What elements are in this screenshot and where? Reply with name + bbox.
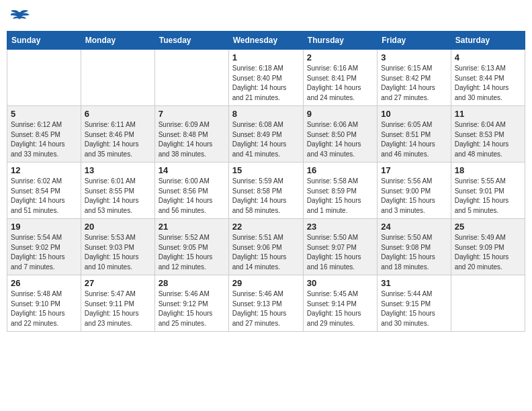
calendar-cell: 31Sunrise: 5:44 AM Sunset: 9:15 PM Dayli… [378, 275, 451, 332]
calendar-cell [81, 50, 154, 106]
day-info: Sunrise: 5:45 AM Sunset: 9:14 PM Dayligh… [307, 289, 373, 328]
day-number: 19 [11, 222, 77, 232]
day-info: Sunrise: 5:47 AM Sunset: 9:11 PM Dayligh… [85, 289, 151, 328]
calendar-week-row: 26Sunrise: 5:48 AM Sunset: 9:10 PM Dayli… [7, 275, 525, 332]
day-number: 31 [381, 278, 447, 288]
day-number: 9 [307, 109, 373, 119]
calendar-cell: 18Sunrise: 5:55 AM Sunset: 9:01 PM Dayli… [451, 163, 525, 219]
day-info: Sunrise: 5:46 AM Sunset: 9:13 PM Dayligh… [232, 289, 300, 328]
calendar-cell: 26Sunrise: 5:48 AM Sunset: 9:10 PM Dayli… [7, 275, 81, 332]
day-info: Sunrise: 5:52 AM Sunset: 9:05 PM Dayligh… [159, 233, 225, 272]
calendar-cell: 15Sunrise: 5:59 AM Sunset: 8:58 PM Dayli… [228, 163, 303, 219]
day-info: Sunrise: 6:18 AM Sunset: 8:40 PM Dayligh… [232, 64, 300, 103]
day-info: Sunrise: 5:44 AM Sunset: 9:15 PM Dayligh… [381, 289, 447, 328]
calendar-cell: 13Sunrise: 6:01 AM Sunset: 8:55 PM Dayli… [81, 163, 154, 219]
day-number: 12 [11, 165, 77, 175]
day-number: 5 [11, 109, 77, 119]
calendar-cell: 3Sunrise: 6:15 AM Sunset: 8:42 PM Daylig… [378, 50, 451, 106]
day-number: 28 [159, 278, 225, 288]
day-info: Sunrise: 5:59 AM Sunset: 8:58 PM Dayligh… [232, 177, 300, 216]
day-number: 18 [455, 165, 521, 175]
calendar-cell: 1Sunrise: 6:18 AM Sunset: 8:40 PM Daylig… [228, 50, 303, 106]
calendar-cell: 21Sunrise: 5:52 AM Sunset: 9:05 PM Dayli… [154, 219, 228, 275]
day-number: 24 [381, 222, 447, 232]
calendar-cell [451, 275, 525, 332]
calendar-cell: 12Sunrise: 6:02 AM Sunset: 8:54 PM Dayli… [7, 163, 81, 219]
weekday-header-saturday: Saturday [451, 32, 525, 50]
calendar-week-row: 1Sunrise: 6:18 AM Sunset: 8:40 PM Daylig… [7, 50, 525, 106]
day-info: Sunrise: 6:04 AM Sunset: 8:53 PM Dayligh… [455, 120, 521, 159]
day-number: 29 [232, 278, 300, 288]
calendar-cell: 28Sunrise: 5:46 AM Sunset: 9:12 PM Dayli… [154, 275, 228, 332]
day-number: 25 [455, 222, 521, 232]
day-info: Sunrise: 5:50 AM Sunset: 9:08 PM Dayligh… [381, 233, 447, 272]
weekday-header-sunday: Sunday [7, 32, 81, 50]
calendar-cell: 19Sunrise: 5:54 AM Sunset: 9:02 PM Dayli… [7, 219, 81, 275]
day-number: 1 [232, 52, 300, 62]
day-info: Sunrise: 5:48 AM Sunset: 9:10 PM Dayligh… [11, 289, 77, 328]
day-info: Sunrise: 6:06 AM Sunset: 8:50 PM Dayligh… [307, 120, 373, 159]
day-info: Sunrise: 5:51 AM Sunset: 9:06 PM Dayligh… [232, 233, 300, 272]
day-info: Sunrise: 6:05 AM Sunset: 8:51 PM Dayligh… [381, 120, 447, 159]
page-header [7, 7, 525, 27]
logo [11, 9, 30, 24]
calendar-cell: 25Sunrise: 5:49 AM Sunset: 9:09 PM Dayli… [451, 219, 525, 275]
day-info: Sunrise: 5:53 AM Sunset: 9:03 PM Dayligh… [85, 233, 151, 272]
day-number: 21 [159, 222, 225, 232]
calendar-cell: 22Sunrise: 5:51 AM Sunset: 9:06 PM Dayli… [228, 219, 303, 275]
day-number: 16 [307, 165, 373, 175]
calendar-cell [7, 50, 81, 106]
weekday-header-tuesday: Tuesday [154, 32, 228, 50]
calendar-cell: 5Sunrise: 6:12 AM Sunset: 8:45 PM Daylig… [7, 106, 81, 163]
day-number: 3 [381, 52, 447, 62]
day-number: 13 [85, 165, 151, 175]
day-info: Sunrise: 6:09 AM Sunset: 8:48 PM Dayligh… [159, 120, 225, 159]
day-info: Sunrise: 6:16 AM Sunset: 8:41 PM Dayligh… [307, 64, 373, 103]
day-info: Sunrise: 6:15 AM Sunset: 8:42 PM Dayligh… [381, 64, 447, 103]
day-number: 17 [381, 165, 447, 175]
calendar-cell: 16Sunrise: 5:58 AM Sunset: 8:59 PM Dayli… [303, 163, 377, 219]
day-number: 27 [85, 278, 151, 288]
day-number: 7 [159, 109, 225, 119]
day-info: Sunrise: 6:12 AM Sunset: 8:45 PM Dayligh… [11, 120, 77, 159]
calendar-cell [154, 50, 228, 106]
calendar-table: SundayMondayTuesdayWednesdayThursdayFrid… [7, 31, 525, 332]
day-number: 23 [307, 222, 373, 232]
calendar-cell: 2Sunrise: 6:16 AM Sunset: 8:41 PM Daylig… [303, 50, 377, 106]
day-info: Sunrise: 5:55 AM Sunset: 9:01 PM Dayligh… [455, 177, 521, 216]
weekday-header-row: SundayMondayTuesdayWednesdayThursdayFrid… [7, 32, 525, 50]
day-number: 14 [159, 165, 225, 175]
calendar-cell: 17Sunrise: 5:56 AM Sunset: 9:00 PM Dayli… [378, 163, 451, 219]
calendar-cell: 14Sunrise: 6:00 AM Sunset: 8:56 PM Dayli… [154, 163, 228, 219]
weekday-header-wednesday: Wednesday [228, 32, 303, 50]
calendar-cell: 4Sunrise: 6:13 AM Sunset: 8:44 PM Daylig… [451, 50, 525, 106]
day-info: Sunrise: 5:56 AM Sunset: 9:00 PM Dayligh… [381, 177, 447, 216]
day-number: 8 [232, 109, 300, 119]
day-number: 2 [307, 52, 373, 62]
day-number: 26 [11, 278, 77, 288]
day-info: Sunrise: 6:01 AM Sunset: 8:55 PM Dayligh… [85, 177, 151, 216]
day-number: 20 [85, 222, 151, 232]
calendar-cell: 20Sunrise: 5:53 AM Sunset: 9:03 PM Dayli… [81, 219, 154, 275]
weekday-header-friday: Friday [378, 32, 451, 50]
calendar-week-row: 5Sunrise: 6:12 AM Sunset: 8:45 PM Daylig… [7, 106, 525, 163]
day-info: Sunrise: 5:58 AM Sunset: 8:59 PM Dayligh… [307, 177, 373, 216]
day-number: 22 [232, 222, 300, 232]
weekday-header-thursday: Thursday [303, 32, 377, 50]
day-number: 30 [307, 278, 373, 288]
calendar-cell: 24Sunrise: 5:50 AM Sunset: 9:08 PM Dayli… [378, 219, 451, 275]
calendar-cell: 29Sunrise: 5:46 AM Sunset: 9:13 PM Dayli… [228, 275, 303, 332]
day-info: Sunrise: 6:13 AM Sunset: 8:44 PM Dayligh… [455, 64, 521, 103]
calendar-cell: 11Sunrise: 6:04 AM Sunset: 8:53 PM Dayli… [451, 106, 525, 163]
calendar-week-row: 19Sunrise: 5:54 AM Sunset: 9:02 PM Dayli… [7, 219, 525, 275]
calendar-cell: 23Sunrise: 5:50 AM Sunset: 9:07 PM Dayli… [303, 219, 377, 275]
day-number: 15 [232, 165, 300, 175]
day-info: Sunrise: 6:02 AM Sunset: 8:54 PM Dayligh… [11, 177, 77, 216]
logo-bird-icon [11, 9, 30, 28]
day-number: 6 [85, 109, 151, 119]
day-number: 10 [381, 109, 447, 119]
calendar-week-row: 12Sunrise: 6:02 AM Sunset: 8:54 PM Dayli… [7, 163, 525, 219]
day-info: Sunrise: 5:50 AM Sunset: 9:07 PM Dayligh… [307, 233, 373, 272]
day-info: Sunrise: 5:54 AM Sunset: 9:02 PM Dayligh… [11, 233, 77, 272]
calendar-cell: 6Sunrise: 6:11 AM Sunset: 8:46 PM Daylig… [81, 106, 154, 163]
